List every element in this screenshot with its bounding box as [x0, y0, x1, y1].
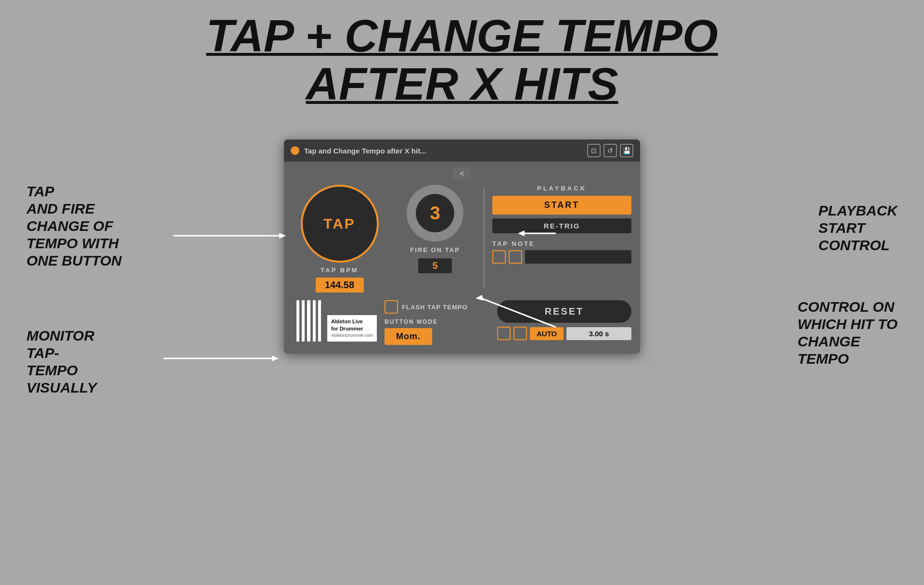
title-bar: Tap and Change Tempo after X hit... ⊡ ↺ … [284, 140, 640, 162]
visual-bars-section: Ableton Live for Drummer AbletonDrummer.… [293, 300, 377, 342]
bar-line-3 [307, 300, 310, 342]
tap-button[interactable]: TAP [301, 185, 379, 263]
knob[interactable]: 3 [407, 185, 463, 242]
bar-line-5 [318, 300, 321, 342]
window-title: Tap and Change Tempo after X hit... [304, 147, 426, 155]
tap-bpm-label: TAP BPM [321, 267, 358, 274]
reset-button[interactable]: RESET [497, 300, 631, 323]
tap-section: TAP TAP BPM 144.58 [293, 185, 386, 292]
ableton-line3: AbletonDrummer.com [331, 332, 373, 339]
fire-value-display: 5 [418, 258, 452, 273]
left-annotation-monitor: MONITOR TAP- TEMPO VISUALLY [26, 327, 97, 396]
window-btn-resize[interactable]: ⊡ [587, 144, 601, 157]
time-display: 3.00 s [566, 327, 631, 340]
auto-checkbox-1[interactable] [497, 327, 511, 340]
back-button[interactable]: < [453, 167, 471, 180]
vertical-divider [484, 187, 485, 288]
ableton-line1: Ableton Live [331, 318, 373, 325]
knob-value: 3 [430, 203, 440, 224]
auto-checkbox-2[interactable] [513, 327, 527, 340]
mom-button[interactable]: Mom. [385, 328, 432, 345]
playback-section: PLAYBACK START RE-TRIG TAP NOTE [492, 185, 631, 264]
bar-line-4 [313, 300, 316, 342]
flash-checkbox[interactable] [385, 300, 398, 314]
tap-note-label: TAP NOTE [492, 240, 631, 247]
retrig-button[interactable]: RE-TRIG [492, 218, 631, 233]
tap-note-checkbox-2[interactable] [509, 250, 522, 264]
right-annotation-playback: PLAYBACK START CONTROL [819, 202, 898, 254]
flash-mode-section: FLASH TAP TEMPO BUTTON MODE Mom. [385, 300, 481, 345]
knob-section: 3 FIRE ON TAP 5 [394, 185, 476, 273]
reset-auto-section: RESET AUTO 3.00 s [497, 300, 631, 340]
bar-line-1 [296, 300, 299, 342]
tap-note-input[interactable] [525, 250, 631, 264]
ableton-line2: for Drummer [331, 325, 373, 332]
bar-line-2 [302, 300, 305, 342]
flash-label: FLASH TAP TEMPO [402, 304, 468, 311]
page-title: TAP + CHANGE TEMPO AFTER X HITS [0, 0, 924, 108]
bpm-display: 144.58 [316, 278, 364, 292]
playback-label: PLAYBACK [492, 185, 631, 192]
window-btn-refresh[interactable]: ↺ [603, 144, 617, 157]
start-button[interactable]: START [492, 196, 631, 215]
fire-on-tap-label: FIRE ON TAP [410, 246, 460, 254]
plugin-window: Tap and Change Tempo after X hit... ⊡ ↺ … [284, 140, 640, 354]
auto-button[interactable]: AUTO [530, 327, 564, 340]
svg-marker-3 [272, 356, 279, 361]
button-mode-label: BUTTON MODE [385, 318, 481, 325]
window-btn-save[interactable]: 💾 [620, 144, 633, 157]
left-annotation-tap: TAP AND FIRE CHANGE OF TEMPO WITH ONE BU… [26, 183, 122, 269]
title-dot [291, 146, 299, 155]
right-annotation-control: CONTROL ON WHICH HIT TO CHANGE TEMPO [797, 298, 898, 368]
tap-note-checkbox-1[interactable] [492, 250, 506, 264]
